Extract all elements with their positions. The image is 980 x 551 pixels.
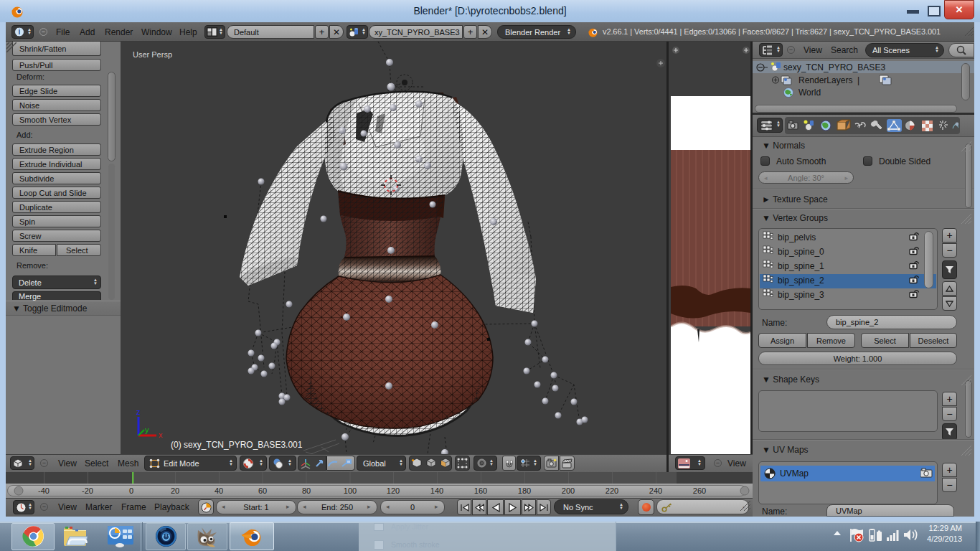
svg-text:i: i bbox=[19, 28, 21, 36]
svg-text:0: 0 bbox=[129, 486, 133, 495]
svg-text:40: 40 bbox=[215, 486, 223, 495]
svg-text:z: z bbox=[136, 408, 141, 416]
svg-text:-20: -20 bbox=[82, 486, 93, 495]
svg-text:220: 220 bbox=[606, 486, 618, 495]
svg-text:-40: -40 bbox=[38, 486, 50, 495]
svg-text:160: 160 bbox=[474, 486, 487, 495]
svg-text:80: 80 bbox=[302, 486, 311, 495]
svg-text:200: 200 bbox=[562, 486, 575, 495]
svg-text:x: x bbox=[159, 430, 163, 439]
svg-text:140: 140 bbox=[430, 486, 443, 495]
svg-text:100: 100 bbox=[344, 486, 357, 495]
svg-text:(0) sexy_TCN_PYRO_BASE3.001: (0) sexy_TCN_PYRO_BASE3.001 bbox=[171, 440, 303, 450]
svg-text:60: 60 bbox=[258, 486, 267, 495]
svg-text:20: 20 bbox=[171, 486, 179, 495]
svg-text:120: 120 bbox=[387, 486, 400, 495]
svg-text:User Persp: User Persp bbox=[133, 50, 172, 59]
svg-text:y: y bbox=[145, 425, 149, 434]
svg-text:240: 240 bbox=[649, 486, 662, 495]
svg-text:260: 260 bbox=[693, 486, 706, 495]
svg-text:180: 180 bbox=[518, 486, 531, 495]
